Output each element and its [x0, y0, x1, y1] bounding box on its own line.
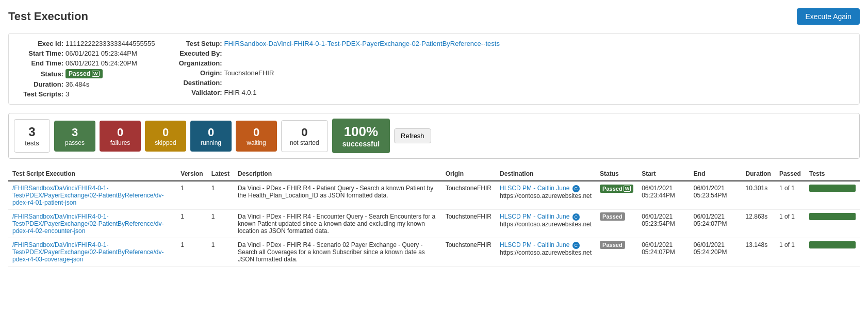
start-time-label: Start Time:	[17, 49, 63, 57]
col-start: Start	[637, 167, 690, 181]
status-cell: Passed W	[596, 181, 637, 210]
table-row: /FHIRSandbox/DaVinci/FHIR4-0-1-Test/PDEX…	[8, 210, 860, 238]
end-cell: 06/01/2021 05:24:20PM	[690, 238, 742, 267]
stat-skipped[interactable]: 0 skipped	[145, 121, 186, 152]
status-w-mark: W	[92, 71, 100, 77]
col-script: Test Script Execution	[8, 167, 176, 181]
end-cell: 06/01/2021 05:23:54PM	[690, 181, 742, 210]
col-tests: Tests	[805, 167, 860, 181]
destination-row: Destination:	[176, 79, 500, 87]
passed-cell: 1 of 1	[775, 210, 805, 238]
skipped-label: skipped	[153, 139, 178, 146]
meta-left: Exec Id: 111122222333333444555555 Start …	[17, 40, 155, 98]
col-duration: Duration	[742, 167, 775, 181]
status-badge: Passed W	[65, 69, 103, 78]
destination-cell: HLSCD PM - Caitlin June C https://contos…	[496, 210, 596, 238]
end-time-label: End Time:	[17, 59, 63, 67]
duration-value: 36.484s	[65, 80, 89, 88]
origin-cell: TouchstoneFHIR	[441, 210, 496, 238]
running-num: 0	[199, 126, 223, 139]
destination-cell: HLSCD PM - Caitlin June C https://contos…	[496, 238, 596, 267]
status-badge: Passed	[600, 212, 625, 221]
origin-value: TouchstoneFHIR	[224, 69, 274, 77]
progress-bar-fill	[809, 213, 856, 220]
stat-not-started[interactable]: 0 not started	[281, 120, 328, 152]
success-label: successful	[342, 140, 380, 148]
organization-label: Organization:	[176, 59, 222, 67]
exec-id-label: Exec Id:	[17, 40, 63, 47]
waiting-label: waiting	[244, 139, 269, 146]
status-cell: Passed	[596, 238, 637, 267]
col-latest: Latest	[207, 167, 234, 181]
duration-label: Duration:	[17, 80, 63, 88]
dest-link[interactable]: HLSCD PM - Caitlin June	[500, 185, 569, 192]
skipped-num: 0	[153, 126, 178, 139]
c-badge: C	[572, 242, 580, 249]
meta-section: Exec Id: 111122222333333444555555 Start …	[8, 33, 860, 105]
progress-bar	[809, 185, 856, 192]
test-scripts-value: 3	[65, 90, 69, 98]
executed-by-label: Executed By:	[176, 49, 222, 57]
passes-num: 3	[62, 126, 87, 139]
start-cell: 06/01/2021 05:23:44PM	[637, 181, 690, 210]
success-box: 100% successful	[332, 119, 390, 153]
col-origin: Origin	[441, 167, 496, 181]
organization-row: Organization:	[176, 59, 500, 67]
stat-running[interactable]: 0 running	[190, 121, 232, 152]
origin-cell: TouchstoneFHIR	[441, 238, 496, 267]
origin-cell: TouchstoneFHIR	[441, 181, 496, 210]
stats-row: 3 tests 3 passes 0 failures 0 skipped 0 …	[8, 113, 860, 159]
destination-cell: HLSCD PM - Caitlin June C https://contos…	[496, 181, 596, 210]
total-num: 3	[23, 125, 41, 139]
table-row: /FHIRSandbox/DaVinci/FHIR4-0-1-Test/PDEX…	[8, 181, 860, 210]
c-badge: C	[572, 213, 580, 221]
origin-row: Origin: TouchstoneFHIR	[176, 69, 500, 77]
script-link[interactable]: /FHIRSandbox/DaVinci/FHIR4-0-1-Test/PDEX…	[12, 213, 163, 235]
test-setup-row: Test Setup: FHIRSandbox-DaVinci-FHIR4-0-…	[176, 40, 500, 47]
origin-label: Origin:	[176, 69, 222, 77]
running-label: running	[199, 139, 223, 146]
page-header: Test Execution Execute Again	[8, 8, 860, 25]
col-description: Description	[234, 167, 441, 181]
stat-failures[interactable]: 0 failures	[100, 121, 141, 152]
test-setup-link[interactable]: FHIRSandbox-DaVinci-FHIR4-0-1-Test-PDEX-…	[224, 40, 500, 47]
script-link[interactable]: /FHIRSandbox/DaVinci/FHIR4-0-1-Test/PDEX…	[12, 241, 163, 263]
stat-waiting[interactable]: 0 waiting	[236, 121, 277, 152]
execute-again-button[interactable]: Execute Again	[797, 8, 860, 25]
script-cell: /FHIRSandbox/DaVinci/FHIR4-0-1-Test/PDEX…	[8, 238, 176, 267]
failures-label: failures	[108, 139, 133, 146]
stat-passes[interactable]: 3 passes	[54, 121, 95, 152]
table-header-row: Test Script Execution Version Latest Des…	[8, 167, 860, 181]
dest-url: https://contoso.azurewebsites.net	[500, 249, 592, 256]
duration-cell: 13.148s	[742, 238, 775, 267]
exec-id-value: 111122222333333444555555	[65, 40, 155, 47]
dest-link[interactable]: HLSCD PM - Caitlin June	[500, 241, 569, 248]
script-link[interactable]: /FHIRSandbox/DaVinci/FHIR4-0-1-Test/PDEX…	[12, 185, 163, 206]
passed-cell: 1 of 1	[775, 181, 805, 210]
status-value: Passed	[69, 70, 90, 77]
script-cell: /FHIRSandbox/DaVinci/FHIR4-0-1-Test/PDEX…	[8, 181, 176, 210]
end-time-row: End Time: 06/01/2021 05:24:20PM	[17, 59, 155, 67]
start-cell: 06/01/2021 05:24:07PM	[637, 238, 690, 267]
tests-cell	[805, 210, 860, 238]
duration-cell: 12.863s	[742, 210, 775, 238]
start-time-row: Start Time: 06/01/2021 05:23:44PM	[17, 49, 155, 57]
dest-link[interactable]: HLSCD PM - Caitlin June	[500, 213, 569, 220]
c-badge: C	[572, 185, 580, 192]
results-table: Test Script Execution Version Latest Des…	[8, 167, 860, 267]
waiting-num: 0	[244, 126, 269, 139]
executed-by-row: Executed By:	[176, 49, 500, 57]
stat-total: 3 tests	[14, 119, 50, 153]
description-cell: Da Vinci - PDex - FHIR R4 - Scenario 02 …	[234, 238, 441, 267]
tests-cell	[805, 238, 860, 267]
progress-bar-fill	[809, 185, 856, 192]
script-cell: /FHIRSandbox/DaVinci/FHIR4-0-1-Test/PDEX…	[8, 210, 176, 238]
page-title: Test Execution	[8, 10, 88, 23]
test-setup-label: Test Setup:	[176, 40, 222, 47]
end-time-value: 06/01/2021 05:24:20PM	[65, 59, 137, 67]
version-cell: 1	[176, 181, 207, 210]
not-started-label: not started	[290, 139, 319, 146]
start-cell: 06/01/2021 05:23:54PM	[637, 210, 690, 238]
latest-cell: 1	[207, 210, 234, 238]
refresh-button[interactable]: Refresh	[394, 128, 431, 143]
